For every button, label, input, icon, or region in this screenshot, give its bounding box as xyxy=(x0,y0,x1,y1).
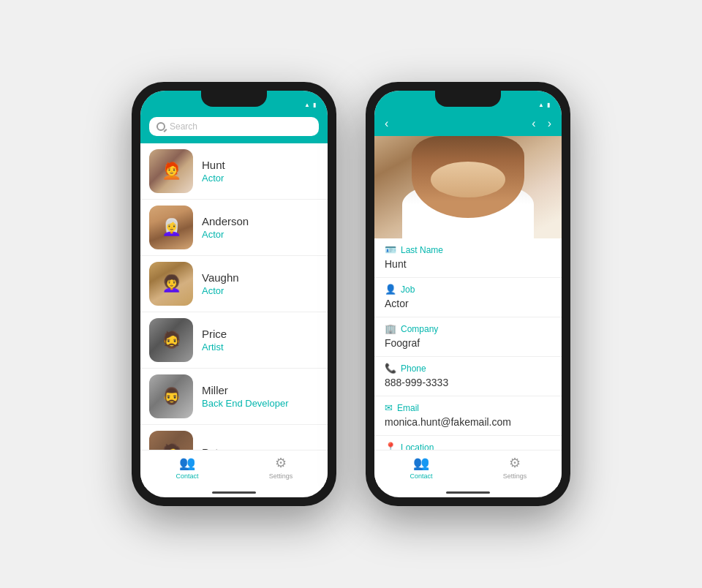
company-icon: 🏢 xyxy=(385,323,396,334)
phone-2-screen: ▲ ▮ ‹ ‹ › xyxy=(374,91,562,497)
avatar-hunt: 🧑‍🦰 xyxy=(149,149,193,193)
contact-job: Actor xyxy=(202,229,319,240)
home-indicator-2 xyxy=(374,487,562,497)
contact-info-vaughn: Vaughn Actor xyxy=(202,271,319,296)
settings-tab-icon-2: ⚙ xyxy=(509,455,521,471)
contact-info-hunt: Hunt Actor xyxy=(202,159,319,184)
list-item[interactable]: 🧑 Peterson xyxy=(140,425,328,450)
field-label-row-company: 🏢 Company xyxy=(385,323,551,334)
avatar-face: 🧑‍🦰 xyxy=(149,149,193,193)
field-label-row-location: 📍 Location xyxy=(385,442,551,450)
phone-icon: 📞 xyxy=(385,363,396,374)
contact-info-miller: Miller Back End Developer xyxy=(202,384,319,409)
avatar-face: 🧑 xyxy=(149,431,193,450)
contact-list: 🧑‍🦰 Hunt Actor 👩‍🦳 Anderson Actor xyxy=(140,143,328,450)
home-indicator-1 xyxy=(140,487,328,497)
wifi-icon-2: ▲ xyxy=(538,102,544,108)
list-item[interactable]: 👩‍🦱 Vaughn Actor xyxy=(140,256,328,312)
phone-2: ▲ ▮ ‹ ‹ › xyxy=(366,82,570,506)
status-icons-2: ▲ ▮ xyxy=(538,102,550,108)
notch xyxy=(201,91,267,107)
field-label-row-lastname: 🪪 Last Name xyxy=(385,244,551,255)
lastname-icon: 🪪 xyxy=(385,244,396,255)
tab-contact-label: Contact xyxy=(176,472,198,480)
email-icon: ✉ xyxy=(385,402,393,413)
contact-name: Hunt xyxy=(202,159,319,171)
home-bar xyxy=(212,491,256,494)
search-icon xyxy=(156,122,165,131)
wifi-icon: ▲ xyxy=(304,102,310,108)
face-shape xyxy=(431,162,505,197)
contact-job: Actor xyxy=(202,285,319,296)
contact-tab-icon: 👥 xyxy=(179,455,195,471)
field-label-email: Email xyxy=(397,403,419,413)
nav-arrows-right: ‹ › xyxy=(532,117,551,130)
battery-icon: ▮ xyxy=(313,102,316,108)
search-placeholder: Search xyxy=(170,121,197,132)
settings-tab-icon: ⚙ xyxy=(275,455,287,471)
contact-name: Price xyxy=(202,328,319,340)
avatar-face: 👩‍🦳 xyxy=(149,206,193,249)
field-value-phone: 888-999-3333 xyxy=(385,377,551,388)
field-label-company: Company xyxy=(401,324,438,334)
detail-content: 🪪 Last Name Hunt 👤 Job Actor 🏢 Company F… xyxy=(374,238,562,450)
field-value-job: Actor xyxy=(385,298,551,309)
contact-name: Vaughn xyxy=(202,271,319,284)
avatar-face: 🧔 xyxy=(149,318,193,362)
field-value-email: monica.hunt@fakemail.com xyxy=(385,416,551,428)
contact-job: Artist xyxy=(202,342,319,353)
avatar-miller: 🧔‍♂️ xyxy=(149,374,193,418)
field-label-row-email: ✉ Email xyxy=(385,402,551,413)
avatar-face: 🧔‍♂️ xyxy=(149,374,193,418)
tab-settings[interactable]: ⚙ Settings xyxy=(234,455,328,480)
photo-bg xyxy=(374,136,562,238)
avatar-face: 👩‍🦱 xyxy=(149,262,193,306)
prev-button[interactable]: ‹ xyxy=(532,117,535,130)
field-company: 🏢 Company Foograf xyxy=(374,317,562,357)
field-label-location: Location xyxy=(401,442,434,451)
detail-nav-header: ‹ ‹ › xyxy=(374,111,562,136)
tab-contact-2[interactable]: 👥 Contact xyxy=(374,455,468,480)
contact-name: Anderson xyxy=(202,215,319,227)
field-label-row-job: 👤 Job xyxy=(385,284,551,295)
avatar-anderson: 👩‍🦳 xyxy=(149,206,193,249)
phone-1-screen: ▲ ▮ Search 🧑‍🦰 Hunt Actor xyxy=(140,91,328,497)
field-job: 👤 Job Actor xyxy=(374,278,562,317)
field-email: ✉ Email monica.hunt@fakemail.com xyxy=(374,396,562,436)
field-value-lastname: Hunt xyxy=(385,258,551,270)
field-phone: 📞 Phone 888-999-3333 xyxy=(374,357,562,396)
avatar-vaughn: 👩‍🦱 xyxy=(149,262,193,306)
next-button[interactable]: › xyxy=(548,117,551,130)
avatar-peterson: 🧑 xyxy=(149,431,193,450)
back-button[interactable]: ‹ xyxy=(385,117,388,130)
tab-bar-2: 👥 Contact ⚙ Settings xyxy=(374,450,562,487)
tab-bar-1: 👥 Contact ⚙ Settings xyxy=(140,450,328,487)
contact-info-anderson: Anderson Actor xyxy=(202,215,319,240)
field-lastname: 🪪 Last Name Hunt xyxy=(374,238,562,278)
field-label-job: Job xyxy=(401,284,415,295)
list-item[interactable]: 🧔‍♂️ Miller Back End Developer xyxy=(140,369,328,425)
field-label-lastname: Last Name xyxy=(401,245,443,255)
list-item[interactable]: 👩‍🦳 Anderson Actor xyxy=(140,200,328,256)
avatar-price: 🧔 xyxy=(149,318,193,362)
tab-contact-label-2: Contact xyxy=(410,472,432,480)
status-icons-1: ▲ ▮ xyxy=(304,102,316,108)
field-label-row-phone: 📞 Phone xyxy=(385,363,551,374)
tab-settings-2[interactable]: ⚙ Settings xyxy=(468,455,562,480)
phone-1: ▲ ▮ Search 🧑‍🦰 Hunt Actor xyxy=(132,82,336,506)
list-item[interactable]: 🧑‍🦰 Hunt Actor xyxy=(140,143,328,200)
list-item[interactable]: 🧔 Price Artist xyxy=(140,312,328,369)
field-value-company: Foograf xyxy=(385,337,551,349)
home-bar-2 xyxy=(446,491,490,494)
field-label-phone: Phone xyxy=(401,363,426,374)
tab-contact[interactable]: 👥 Contact xyxy=(140,455,234,480)
detail-photo xyxy=(374,136,562,238)
tab-settings-label: Settings xyxy=(269,472,293,480)
battery-icon-2: ▮ xyxy=(547,102,550,108)
search-header: Search xyxy=(140,111,328,143)
field-location: 📍 Location Sacramento xyxy=(374,436,562,450)
job-icon: 👤 xyxy=(385,284,396,295)
tab-settings-label-2: Settings xyxy=(503,472,527,480)
location-icon: 📍 xyxy=(385,442,396,450)
search-bar[interactable]: Search xyxy=(149,117,319,136)
